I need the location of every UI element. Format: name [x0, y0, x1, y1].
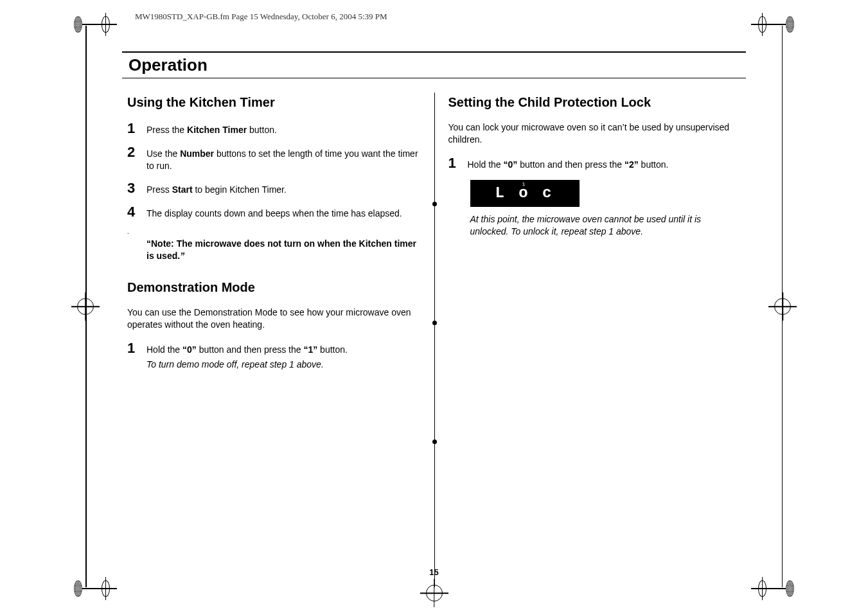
step-row: 2 Use the Number buttons to set the leng…: [127, 145, 423, 172]
text-bold: “0”: [182, 344, 197, 355]
step-text: Press Start to begin Kitchen Timer.: [146, 181, 287, 196]
step-text: Press the Kitchen Timer button.: [146, 121, 277, 136]
display-caption: At this point, the microwave oven cannot…: [448, 213, 705, 238]
text: button and then press the: [517, 159, 624, 170]
page-number: 15: [429, 567, 438, 577]
registration-mark-top-left: [74, 5, 112, 44]
text: Use the: [146, 148, 180, 159]
note-block: Note: The microwave does not turn on whe…: [127, 238, 423, 262]
tiny-dot: .: [127, 228, 423, 235]
running-header: MW1980STD_XAP-GB.fm Page 15 Wednesday, O…: [135, 12, 387, 22]
step-number: 1: [127, 121, 146, 136]
right-column: Setting the Child Protection Lock You ca…: [434, 93, 747, 587]
left-column: Using the Kitchen Timer 1 Press the Kitc…: [122, 93, 434, 587]
registration-mark-bottom-left: [74, 569, 112, 608]
page-heading: Operation: [122, 54, 746, 78]
section-title-kitchen-timer: Using the Kitchen Timer: [127, 95, 423, 110]
separator-dot: [432, 321, 437, 325]
section-title-child-lock: Setting the Child Protection Lock: [448, 95, 741, 110]
separator-dot: [432, 440, 437, 444]
step-row: 1 Hold the “0” button and then press the…: [127, 341, 423, 371]
text: Press: [146, 184, 172, 195]
display-text: L o c: [495, 184, 554, 202]
step-number: 1: [448, 156, 468, 170]
heading-rule-top: [122, 51, 746, 53]
text-bold: Kitchen Timer: [187, 125, 247, 135]
microwave-display-icon: 1 L o c: [470, 180, 580, 207]
step-text: Use the Number buttons to set the length…: [146, 145, 423, 172]
registration-mark-left: [77, 298, 94, 315]
step-number: 4: [127, 205, 146, 219]
text: button and then press the: [197, 344, 304, 355]
step-number: 3: [127, 181, 146, 195]
step-number: 2: [127, 145, 146, 159]
column-separator: [434, 93, 435, 587]
text: Hold the: [468, 159, 504, 170]
registration-mark-bottom-right: [756, 569, 794, 608]
text-bold: “0”: [504, 159, 518, 170]
section-intro: You can use the Demonstration Mode to se…: [127, 306, 423, 331]
step-note: To turn demo mode off, repeat step 1 abo…: [146, 359, 348, 371]
registration-mark-right: [774, 298, 791, 315]
note-text: Note: The microwave does not turn on whe…: [146, 238, 416, 261]
display-annunciators: 1: [470, 181, 580, 187]
registration-mark-top-right: [756, 5, 794, 44]
step-text: Hold the “0” button and then press the “…: [146, 341, 348, 371]
separator-dot: [432, 202, 437, 206]
section-intro: You can lock your microwave oven so it c…: [448, 121, 741, 146]
step-number: 1: [127, 341, 146, 355]
step-text: Hold the “0” button and then press the “…: [468, 156, 669, 171]
text: button.: [247, 125, 277, 135]
text: button.: [639, 159, 669, 170]
text-bold: Number: [180, 148, 214, 159]
text: to begin Kitchen Timer.: [193, 184, 287, 195]
text: button.: [317, 344, 348, 355]
text: Press the: [146, 125, 187, 135]
section-title-demo-mode: Demonstration Mode: [127, 280, 423, 295]
step-row: 3 Press Start to begin Kitchen Timer.: [127, 181, 423, 196]
step-text: The display counts down and beeps when t…: [146, 205, 402, 220]
text-bold: “2”: [624, 159, 639, 170]
step-row: 1 Press the Kitchen Timer button.: [127, 121, 423, 136]
step-row: 4 The display counts down and beeps when…: [127, 205, 423, 220]
text: Hold the: [146, 344, 182, 355]
step-row: 1 Hold the “0” button and then press the…: [448, 156, 741, 171]
text-bold: Start: [172, 184, 193, 195]
text-bold: “1”: [303, 344, 317, 355]
page-content: Operation Using the Kitchen Timer 1 Pres…: [122, 51, 746, 574]
